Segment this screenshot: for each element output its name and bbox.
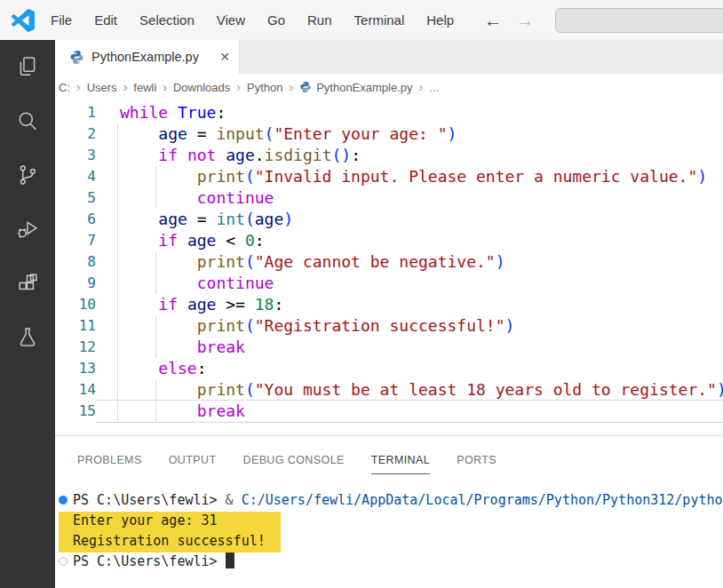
code-line-5[interactable]: 5 continue xyxy=(55,187,723,209)
panel-tab-output[interactable]: OUTPUT xyxy=(169,454,217,466)
indent-guide xyxy=(117,209,118,230)
tab-strip: PythonExample.py ✕ xyxy=(55,40,723,74)
run-and-debug-icon[interactable] xyxy=(15,217,40,242)
menu-item-help[interactable]: Help xyxy=(426,12,454,28)
code-line-1[interactable]: 1while True: xyxy=(55,102,723,123)
code-line-3[interactable]: 3 if not age.isdigit(): xyxy=(55,145,723,166)
code-line-9[interactable]: 9 continue xyxy=(55,273,723,294)
line-number: 14 xyxy=(55,379,96,401)
indent-guide xyxy=(155,379,156,401)
token: : xyxy=(274,295,283,314)
token: . xyxy=(255,146,265,164)
token xyxy=(178,146,187,164)
code-text: while True: xyxy=(96,102,723,123)
indent-guide xyxy=(117,379,118,401)
indent-guide xyxy=(117,337,118,358)
indent-guide xyxy=(117,166,118,187)
token xyxy=(120,401,197,420)
token: ) xyxy=(717,380,723,399)
line-number: 3 xyxy=(55,145,96,166)
menu-item-run[interactable]: Run xyxy=(307,12,332,28)
editor-area: PythonExample.py ✕ C:›Users›fewli›Downlo… xyxy=(55,40,723,588)
code-text: if age < 0: xyxy=(96,230,723,251)
menu-item-edit[interactable]: Edit xyxy=(94,12,117,28)
code-line-10[interactable]: 10 if age >= 18: xyxy=(55,294,723,315)
menu-item-go[interactable]: Go xyxy=(267,12,285,28)
breadcrumb: C:›Users›fewli›Downloads›Python›PythonEx… xyxy=(55,74,723,100)
breadcrumb-symbol-more[interactable]: ... xyxy=(429,81,439,94)
token: continue xyxy=(197,188,274,207)
breadcrumb-item[interactable]: Python xyxy=(247,81,282,94)
code-line-4[interactable]: 4 print("Invalid input. Please enter a n… xyxy=(55,166,723,187)
code-text: continue xyxy=(96,187,723,209)
indent-guide xyxy=(155,401,156,422)
token xyxy=(120,167,197,186)
menu-item-file[interactable]: File xyxy=(51,12,72,28)
breadcrumb-item[interactable]: C: xyxy=(59,81,70,94)
line-number: 2 xyxy=(55,123,96,145)
indent-guide xyxy=(117,230,118,251)
token: int xyxy=(216,210,245,228)
code-line-15[interactable]: 15 break xyxy=(55,401,723,422)
menu-item-terminal[interactable]: Terminal xyxy=(354,12,405,28)
line-number: 8 xyxy=(55,251,96,273)
code-line-14[interactable]: 14 print("You must be at least 18 years … xyxy=(55,379,723,401)
code-line-12[interactable]: 12 break xyxy=(55,337,723,358)
token: isdigit xyxy=(265,146,332,164)
close-icon[interactable]: ✕ xyxy=(219,50,230,64)
token: print xyxy=(197,316,245,335)
token: "You must be at least 18 years old to re… xyxy=(255,380,717,399)
source-control-icon[interactable] xyxy=(15,163,40,187)
code-line-8[interactable]: 8 print("Age cannot be negative.") xyxy=(55,251,723,273)
panel-tab-debug-console[interactable]: DEBUG CONSOLE xyxy=(242,454,344,466)
indent-guide xyxy=(117,315,118,337)
search-icon[interactable] xyxy=(15,108,40,133)
token: "Invalid input. Please enter a numeric v… xyxy=(255,167,698,186)
token xyxy=(120,295,158,314)
python-file-icon xyxy=(299,81,312,93)
command-pending-decoration-icon[interactable] xyxy=(59,557,68,566)
panel-tab-ports[interactable]: PORTS xyxy=(457,454,497,466)
menu-item-selection[interactable]: Selection xyxy=(139,12,195,28)
explorer-icon[interactable] xyxy=(15,54,40,79)
panel-tab-problems[interactable]: PROBLEMS xyxy=(77,454,142,466)
command-center-search[interactable] xyxy=(555,8,723,33)
code-line-6[interactable]: 6 age = int(age) xyxy=(55,209,723,230)
token: print xyxy=(197,167,245,186)
line-number: 6 xyxy=(55,209,96,230)
code-line-2[interactable]: 2 age = input("Enter your age: ") xyxy=(55,123,723,145)
token: ( xyxy=(245,210,255,228)
testing-icon[interactable] xyxy=(15,325,40,350)
token: ( xyxy=(245,167,255,186)
token: not xyxy=(187,146,217,164)
terminal-text: Registration successful! xyxy=(73,533,266,549)
token: input xyxy=(216,124,264,143)
breadcrumb-file[interactable]: PythonExample.py xyxy=(299,81,412,94)
command-success-decoration-icon[interactable] xyxy=(59,496,68,505)
extensions-icon[interactable] xyxy=(15,271,40,296)
code-line-11[interactable]: 11 print("Registration successful!") xyxy=(55,315,723,337)
code-line-13[interactable]: 13 else: xyxy=(55,358,723,379)
code-editor[interactable]: 1while True:2 age = input("Enter your ag… xyxy=(55,100,723,435)
panel-tab-terminal[interactable]: TERMINAL xyxy=(371,454,430,466)
token: age xyxy=(158,210,187,228)
tab-pythonexample[interactable]: PythonExample.py ✕ xyxy=(55,40,240,74)
menu-item-view[interactable]: View xyxy=(217,12,245,28)
breadcrumb-file-label: PythonExample.py xyxy=(316,81,412,94)
chevron-right-icon: › xyxy=(236,80,241,94)
token xyxy=(178,295,187,314)
back-arrow-icon[interactable]: ← xyxy=(484,12,502,29)
forward-arrow-icon[interactable]: → xyxy=(516,12,534,29)
breadcrumb-item[interactable]: Users xyxy=(87,81,117,94)
breadcrumb-item[interactable]: Downloads xyxy=(173,81,230,94)
token: else xyxy=(158,359,196,377)
tab-label: PythonExample.py xyxy=(91,50,199,64)
terminal[interactable]: PS C:\Users\fewli> & C:/Users/fewli/AppD… xyxy=(55,484,723,588)
breadcrumb-item[interactable]: fewli xyxy=(133,81,156,94)
line-number: 13 xyxy=(55,358,96,379)
code-line-7[interactable]: 7 if age < 0: xyxy=(55,230,723,251)
menu-bar: FileEditSelectionViewGoRunTerminalHelp xyxy=(51,12,454,28)
line-number: 11 xyxy=(55,315,96,337)
token: ) xyxy=(505,316,515,335)
token: print xyxy=(197,252,245,271)
